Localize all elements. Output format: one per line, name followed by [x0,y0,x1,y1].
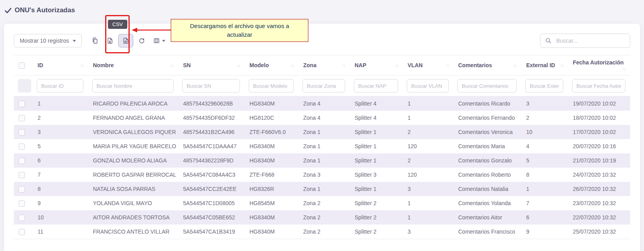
table-toolbar: Mostrar 10 registros [14,34,630,48]
excel-button[interactable] [102,34,117,47]
sort-icon[interactable]: ↑↓ [622,67,625,71]
column-header-fecha-autorizaci-n[interactable]: Fecha Autorización↑↓ [568,55,630,75]
cell-zona: Zona 2 [298,196,350,210]
sort-icon[interactable]: ↑↓ [237,63,240,68]
sort-icon[interactable]: ↑↓ [560,63,563,68]
cell-modelo: HG8340M [245,210,298,225]
cell-comentarios: Comentarios Francisco [453,225,521,239]
row-checkbox-cell [14,125,33,139]
cell-external-id: 1 [521,182,568,196]
cell-comentarios: Comentarios Fernando [453,111,521,125]
row-checkbox[interactable] [19,143,25,150]
data-table: ID↑↓Nombre↑↓SN↑↓Modelo↑↓Zona↑↓NAP↑↓VLAN↑… [14,55,630,239]
column-header-zona[interactable]: Zona↑↓ [298,55,350,75]
header-row: ID↑↓Nombre↑↓SN↑↓Modelo↑↓Zona↑↓NAP↑↓VLAN↑… [14,55,630,75]
select-all-checkbox[interactable] [19,62,25,69]
filter-input-nombre[interactable] [92,79,174,92]
column-label: Zona [303,62,316,68]
column-header-nombre[interactable]: Nombre↑↓ [88,55,178,75]
row-checkbox[interactable] [19,215,25,221]
row-checkbox[interactable] [19,158,25,164]
row-checkbox[interactable] [19,115,25,121]
sort-icon[interactable]: ↑↓ [395,63,398,68]
cell-comentarios: Comentarios Aitor [453,210,521,225]
column-label: Modelo [249,62,269,68]
row-checkbox-cell [14,210,33,225]
cell-id: 2 [33,111,88,125]
filter-input-fecha-autorizaci-n[interactable] [572,79,625,92]
cell-zona: Zona 2 [298,210,350,225]
column-header-vlan[interactable]: VLAN↑↓ [403,55,453,75]
filter-input-comentarios[interactable] [457,79,517,92]
annotation-arrow [132,26,172,34]
row-checkbox[interactable] [19,101,25,107]
excel-icon [107,38,113,44]
row-checkbox[interactable] [19,172,25,178]
cell-zona: Zona 3 [298,168,350,182]
cell-id: 8 [33,182,88,196]
column-label: NAP [355,62,366,68]
cell-fecha-autorizaci-n: 19/07/2020 10:02 [568,96,630,111]
row-checkbox[interactable] [19,200,25,207]
sort-icon[interactable]: ↑↓ [170,63,174,68]
column-header-id[interactable]: ID↑↓ [33,55,88,75]
filter-blank-cell [14,75,33,96]
refresh-button[interactable] [134,34,149,47]
cell-external-id: 7 [521,196,568,210]
cell-id: 11 [33,225,88,239]
filter-input-sn[interactable] [182,79,240,92]
table-row: 8NATALIA SOSA PARRAS5A544547CC2E42EEHG83… [14,182,630,196]
cell-nombre: FRANCISCO ANTELO VILLAR [88,225,178,239]
csv-button[interactable] [118,34,133,47]
search-box[interactable] [540,34,630,48]
copy-button[interactable] [87,34,102,47]
filter-input-id[interactable] [37,79,83,92]
column-visibility-button[interactable] [149,34,170,47]
search-input[interactable] [555,37,625,44]
filter-input-modelo[interactable] [249,79,294,92]
filter-input-zona[interactable] [302,79,345,92]
sort-icon[interactable]: ↑↓ [446,63,449,68]
cell-fecha-autorizaci-n: 23/07/2020 10:32 [568,196,630,210]
cell-zona: Zona 4 [298,96,350,111]
sort-icon[interactable]: ↑↓ [514,63,517,68]
sort-icon[interactable]: ↑↓ [342,63,345,68]
row-checkbox[interactable] [19,129,25,136]
cell-nap: Splitter 1 [350,153,403,168]
cell-id: 7 [33,168,88,182]
sort-icon[interactable]: ↑↓ [291,63,294,68]
row-checkbox[interactable] [19,186,25,192]
row-checkbox[interactable] [19,229,25,235]
cell-fecha-autorizaci-n: 21/07/2020 10:19 [568,153,630,168]
column-header-modelo[interactable]: Modelo↑↓ [245,55,298,75]
cell-fecha-autorizaci-n: 18/07/2020 10:02 [568,111,630,125]
column-header-nap[interactable]: NAP↑↓ [350,55,403,75]
filter-cell [245,75,298,96]
column-label: SN [183,62,191,68]
table-row: 2FERNANDO ANGEL GRANA485754435DF6DF32HG8… [14,111,630,125]
cell-nap: Splitter 2 [350,225,403,239]
table-body: 1RICARDO PALENCIA AROCA485754432960628BH… [14,96,630,239]
filter-input-nap[interactable] [354,79,398,92]
cell-nombre: VERONICA GALLEGOS PIQUER [88,125,178,139]
csv-tooltip: CSV [108,20,127,29]
show-entries-dropdown[interactable]: Mostrar 10 registros [14,34,82,47]
cell-nombre: FERNANDO ANGEL GRANA [88,111,178,125]
cell-nombre: RICARDO PALENCIA AROCA [88,96,178,111]
show-entries-label: Mostrar 10 registros [20,38,69,44]
refresh-icon [138,38,145,44]
cell-vlan: 3 [403,182,453,196]
filter-input-external-id[interactable] [525,79,563,92]
column-header-sn[interactable]: SN↑↓ [178,55,245,75]
filter-input-vlan[interactable] [407,79,449,92]
cell-comentarios: Comentarios Roberto [453,168,521,182]
column-header-external-id[interactable]: External ID↑↓ [521,55,568,75]
column-header-comentarios[interactable]: Comentarios↑↓ [453,55,521,75]
sort-icon[interactable]: ↑↓ [80,63,83,68]
cell-nap: Splitter 1 [350,125,403,139]
cell-vlan: 2 [403,125,453,139]
cell-fecha-autorizaci-n: 25/07/2020 10:32 [568,225,630,239]
filter-cell [178,75,245,96]
cell-sn: 5A544547CC2E42EE [178,182,245,196]
filter-cell [350,75,403,96]
